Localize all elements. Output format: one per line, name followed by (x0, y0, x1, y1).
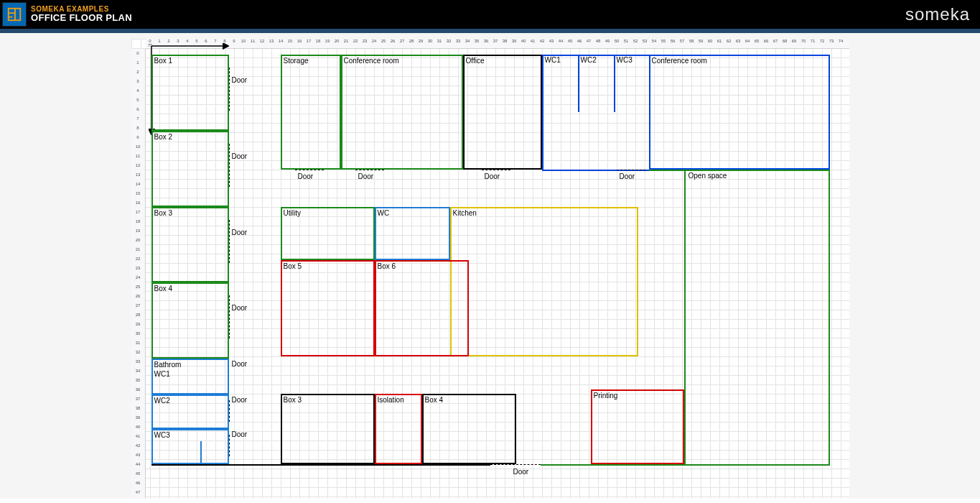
door-office (482, 170, 510, 170)
room-label: Box 3 (154, 209, 173, 217)
room-label: Box 5 (284, 262, 302, 270)
door-label-box1: Door (232, 76, 248, 84)
door-label-box3: Door (232, 229, 248, 236)
outer-bottom-right (541, 464, 830, 466)
open-space-label: Open space (689, 172, 727, 180)
door-label-storage: Door (298, 172, 314, 180)
room-label: Conference room (344, 57, 399, 65)
door-label-box2: Door (232, 152, 248, 160)
outer-bottom-gap (490, 464, 541, 465)
door-label-wcstrip: Door (620, 172, 635, 180)
door-label-office: Door (485, 172, 500, 180)
room-box5[interactable]: Box 5 (281, 260, 375, 356)
header-bar: SOMEKA EXAMPLES OFFICE FLOOR PLAN someka (0, 0, 980, 29)
room-kitchen[interactable]: Kitchen (450, 207, 638, 356)
room-label: Office (466, 57, 485, 65)
room-storage[interactable]: Storage (281, 55, 341, 170)
floorplan-stage[interactable]: 0123456789101112131415161718192021222324… (131, 39, 849, 499)
door-box2 (229, 144, 230, 187)
room-label: Conference room (652, 57, 707, 65)
open-space-left-wall (684, 170, 686, 464)
room-label: Box 2 (154, 133, 173, 141)
room-label: WC (378, 209, 390, 217)
outer-right-wall (829, 170, 830, 466)
room-utility[interactable]: Utility (281, 207, 375, 260)
ruler-vertical: 0123456789101112131415161718192021222324… (131, 49, 146, 499)
ruler-horizontal: 0123456789101112131415161718192021222324… (146, 39, 849, 49)
door-label-wc2: Door (232, 396, 248, 404)
brand-logo: someka (905, 0, 970, 29)
room-office[interactable]: Office (463, 55, 542, 170)
door-wc3 (229, 435, 230, 456)
room-wc[interactable]: WC (375, 207, 450, 260)
wc1-small-label: WC1 (545, 56, 561, 64)
door-box3 (229, 220, 230, 263)
bath-inner-div (200, 441, 202, 464)
wc2-small-label: WC2 (581, 56, 597, 64)
room-bathrom[interactable]: Bathrom WC1 (151, 359, 229, 394)
door-wc2 (229, 400, 230, 422)
room-label: Box 3 (284, 396, 302, 404)
door-label-bath: Door (232, 360, 248, 368)
room-box1[interactable]: Box 1 (151, 55, 229, 131)
room-box6[interactable]: Box 6 (375, 260, 469, 356)
wc-div-1 (578, 55, 579, 112)
room-label: Box 1 (154, 57, 173, 65)
room-label: Printing (594, 392, 618, 400)
header-main-title: OFFICE FLOOR PLAN (31, 13, 132, 23)
room-isolation[interactable]: Isolation (375, 394, 422, 464)
header-titles: SOMEKA EXAMPLES OFFICE FLOOR PLAN (31, 5, 132, 23)
room-box4[interactable]: Box 4 (151, 282, 229, 359)
room-label-wc1: WC1 (154, 370, 170, 378)
door-label-bottom: Door (513, 468, 529, 476)
room-box3b[interactable]: Box 3 (281, 394, 375, 464)
door-storage (295, 170, 324, 170)
room-box4b[interactable]: Box 4 (422, 394, 516, 464)
room-label: WC3 (154, 431, 170, 439)
room-conference1[interactable]: Conference room (341, 55, 463, 170)
corridor-top (649, 170, 830, 171)
room-box2[interactable]: Box 2 (151, 131, 229, 207)
wc-strip-left (542, 55, 543, 170)
door-box1 (229, 68, 230, 111)
room-label: Box 4 (154, 285, 173, 292)
room-printing[interactable]: Printing (591, 389, 684, 464)
room-label: Box 6 (378, 262, 396, 270)
outer-bottom-left (151, 464, 490, 466)
room-label: Isolation (378, 396, 404, 404)
room-wc3[interactable]: WC3 (151, 429, 229, 464)
door-label-wc3: Door (232, 430, 248, 438)
door-box4 (229, 295, 230, 338)
stage-outer: 0123456789101112131415161718192021222324… (0, 33, 980, 499)
room-label: Storage (284, 57, 309, 65)
room-label: Bathrom (154, 361, 182, 369)
door-wcstrip (617, 170, 645, 170)
floorplan-icon (2, 2, 27, 27)
door-label-box4: Door (232, 304, 248, 312)
door-label-conf1: Door (358, 172, 374, 180)
room-label: WC2 (154, 397, 170, 405)
wc-div-2 (614, 55, 615, 112)
wc3-small-label: WC3 (617, 56, 633, 64)
room-wc2[interactable]: WC2 (151, 394, 229, 429)
room-label: Box 4 (425, 396, 444, 404)
door-conference1 (355, 170, 384, 170)
room-label: Utility (284, 209, 301, 217)
room-label: Kitchen (453, 209, 477, 217)
room-conference2[interactable]: Conference room (649, 55, 830, 170)
room-box3[interactable]: Box 3 (151, 207, 229, 282)
